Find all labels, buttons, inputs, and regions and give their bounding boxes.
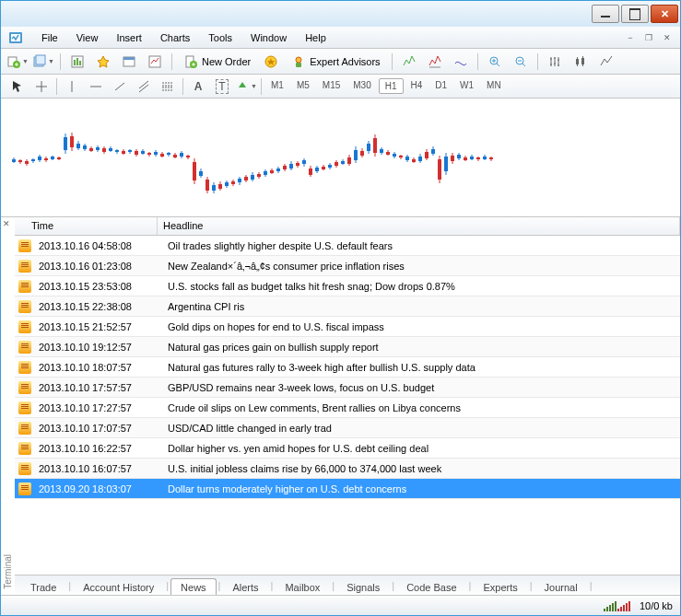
- crosshair-button[interactable]: [30, 76, 53, 97]
- timeframe-h4[interactable]: H4: [405, 78, 429, 94]
- tab-alerts[interactable]: Alerts: [222, 578, 268, 595]
- candle: [489, 107, 493, 208]
- expert-advisors-button[interactable]: Expert Advisors: [286, 52, 385, 71]
- timeframe-mn[interactable]: MN: [481, 78, 507, 94]
- main-toolbar: ▼ ▼ New Order Expert Advisors: [1, 49, 680, 75]
- chart-area[interactable]: [1, 99, 680, 216]
- candle: [257, 107, 261, 208]
- column-time[interactable]: Time: [15, 217, 158, 235]
- zoom-out-button[interactable]: [510, 52, 532, 72]
- text-label-button[interactable]: T: [211, 76, 233, 97]
- arrows-button[interactable]: ▼: [235, 76, 257, 97]
- metaquotes-button[interactable]: [260, 52, 282, 72]
- mdi-close-button[interactable]: ✕: [658, 30, 676, 45]
- tab-signals[interactable]: Signals: [336, 578, 390, 595]
- news-icon: [18, 381, 31, 394]
- terminal-button[interactable]: [118, 52, 140, 72]
- text-button[interactable]: A: [187, 76, 209, 97]
- tab-code-base[interactable]: Code Base: [396, 578, 466, 595]
- candle: [283, 107, 287, 208]
- news-icon: [18, 442, 31, 455]
- menu-charts[interactable]: Charts: [151, 29, 199, 46]
- candle: [289, 107, 293, 208]
- timeframe-m5[interactable]: M5: [291, 78, 315, 94]
- new-chart-button[interactable]: ▼: [6, 52, 29, 72]
- news-row[interactable]: 2013.10.16 01:23:08New Zealand×´â‚¬â„¢s …: [15, 256, 680, 276]
- trendline-button[interactable]: [109, 76, 131, 97]
- menu-help[interactable]: Help: [296, 29, 335, 46]
- news-row[interactable]: 2013.09.20 18:03:07Dollar turns moderate…: [15, 479, 680, 499]
- close-terminal-button[interactable]: ✕: [3, 219, 12, 228]
- timeframe-h1[interactable]: H1: [379, 78, 404, 94]
- news-row[interactable]: 2013.10.10 18:07:57Natural gas futures r…: [15, 357, 680, 378]
- tab-account-history[interactable]: Account History: [73, 578, 164, 595]
- tester-button[interactable]: [144, 52, 166, 72]
- tab-experts[interactable]: Experts: [473, 578, 527, 595]
- candle: [405, 107, 409, 208]
- profiles-button[interactable]: ▼: [32, 52, 54, 72]
- timeframe-m30[interactable]: M30: [347, 78, 376, 94]
- news-row[interactable]: 2013.10.10 16:22:57Dollar higher vs. yen…: [15, 438, 680, 459]
- candle: [476, 107, 480, 208]
- news-headline: Dollar turns moderately higher on U.S. d…: [162, 483, 680, 494]
- window-maximize-button[interactable]: [621, 5, 649, 23]
- tab-trade[interactable]: Trade: [20, 578, 66, 595]
- menu-view[interactable]: View: [67, 29, 108, 46]
- column-headline[interactable]: Headline: [158, 217, 680, 235]
- chart-line-button[interactable]: [595, 52, 617, 72]
- news-header: Time Headline: [15, 217, 680, 236]
- candle: [31, 107, 35, 208]
- news-row[interactable]: 2013.10.15 23:53:08U.S. stocks fall as b…: [15, 276, 680, 296]
- tab-journal[interactable]: Journal: [534, 578, 588, 595]
- timeframe-m15[interactable]: M15: [317, 78, 346, 94]
- timeframe-w1[interactable]: W1: [454, 78, 479, 94]
- channel-button[interactable]: [133, 76, 155, 97]
- news-row[interactable]: 2013.10.10 17:27:57Crude oil slips on Le…: [15, 398, 680, 418]
- statusbar: 10/0 kb: [1, 595, 680, 615]
- news-row[interactable]: 2013.10.10 16:07:57U.S. initial jobless …: [15, 459, 680, 479]
- menu-tools[interactable]: Tools: [199, 29, 241, 46]
- mdi-restore-button[interactable]: ❐: [640, 30, 658, 45]
- news-icon: [18, 401, 31, 414]
- news-row[interactable]: 2013.10.16 04:58:08Oil trades slightly h…: [15, 236, 680, 256]
- new-order-button[interactable]: New Order: [178, 52, 256, 71]
- chart-candles-button[interactable]: [569, 52, 592, 72]
- tab-news[interactable]: News: [170, 578, 217, 595]
- news-headline: USD/CAD little changed in early trad: [162, 423, 680, 434]
- timeframe-m1[interactable]: M1: [265, 78, 289, 94]
- news-time: 2013.10.16 01:23:08: [35, 261, 162, 272]
- news-row[interactable]: 2013.10.15 21:52:57Gold dips on hopes fo…: [15, 317, 680, 337]
- tab-mailbox[interactable]: Mailbox: [275, 578, 330, 595]
- window-minimize-button[interactable]: [592, 5, 619, 23]
- indicator-button-3[interactable]: [450, 52, 472, 72]
- fibonacci-button[interactable]: [157, 76, 179, 97]
- svg-rect-9: [79, 61, 81, 65]
- candle: [160, 107, 164, 208]
- timeframe-d1[interactable]: D1: [429, 78, 452, 94]
- zoom-in-button[interactable]: [484, 52, 506, 72]
- svg-point-16: [296, 57, 301, 63]
- candle: [51, 107, 54, 208]
- news-row[interactable]: 2013.10.10 17:57:57GBP/USD remains near …: [15, 378, 680, 398]
- news-row[interactable]: 2013.10.10 17:07:57USD/CAD little change…: [15, 418, 680, 438]
- menu-window[interactable]: Window: [241, 29, 296, 46]
- news-headline: U.S. initial jobless claims rise by 66,0…: [162, 463, 680, 474]
- window-close-button[interactable]: [651, 5, 678, 23]
- mdi-minimize-button[interactable]: −: [621, 30, 640, 45]
- vertical-line-button[interactable]: [61, 76, 83, 97]
- candle: [322, 107, 325, 208]
- menu-file[interactable]: File: [32, 29, 67, 46]
- menu-insert[interactable]: Insert: [107, 29, 151, 46]
- news-row[interactable]: 2013.10.15 22:38:08Argentina CPI ris: [15, 296, 680, 317]
- market-watch-button[interactable]: [66, 52, 88, 72]
- chart-bars-button[interactable]: [544, 52, 566, 72]
- navigator-button[interactable]: [92, 52, 114, 72]
- news-time: 2013.10.10 17:07:57: [35, 423, 162, 434]
- cursor-button[interactable]: [6, 76, 29, 97]
- candle: [431, 107, 435, 208]
- indicator-button-2[interactable]: [424, 52, 446, 72]
- indicator-button-1[interactable]: [398, 52, 420, 72]
- news-row[interactable]: 2013.10.10 19:12:57Natural gas prices ga…: [15, 337, 680, 357]
- horizontal-line-button[interactable]: [85, 76, 107, 97]
- candle: [199, 107, 203, 208]
